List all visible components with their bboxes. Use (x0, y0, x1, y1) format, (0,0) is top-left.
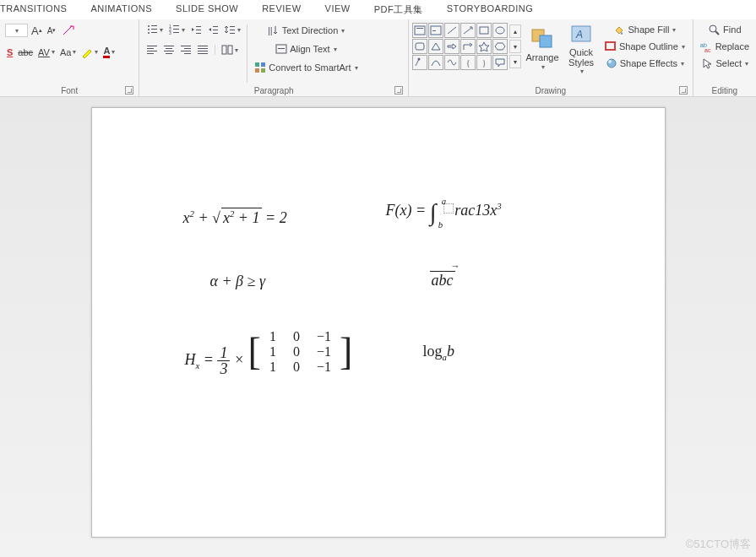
shapes-gallery[interactable]: { } (412, 23, 508, 70)
strikethrough-button[interactable]: abc (16, 46, 35, 58)
tab-animations[interactable]: ANIMATIONS (90, 3, 152, 16)
tab-review[interactable]: REVIEW (262, 3, 301, 16)
svg-rect-36 (198, 53, 208, 54)
svg-line-51 (464, 28, 471, 34)
align-text-button[interactable]: Align Text (252, 41, 359, 57)
svg-rect-18 (230, 26, 235, 27)
shape-textbox-icon (414, 25, 426, 35)
svg-rect-41 (278, 48, 285, 49)
svg-rect-27 (164, 51, 174, 51)
svg-rect-21 (147, 46, 157, 46)
svg-rect-11 (173, 32, 179, 33)
equation-4[interactable]: F(x) = ∫ab rac13x3 (386, 199, 502, 226)
editing-group: Find abacReplace Select Editing (693, 19, 756, 96)
svg-rect-22 (147, 48, 154, 49)
svg-point-0 (148, 25, 150, 27)
tab-storyboarding[interactable]: STORYBOARDING (447, 3, 534, 16)
svg-rect-24 (147, 53, 154, 54)
decrease-indent-button[interactable] (188, 23, 204, 36)
svg-rect-45 (261, 68, 265, 73)
svg-text:3: 3 (169, 30, 171, 35)
shape-callout-icon (494, 57, 506, 68)
align-center-button[interactable] (161, 43, 177, 57)
font-size-combo[interactable] (5, 24, 28, 37)
shape-fill-button[interactable]: Shape Fill (602, 23, 687, 36)
ribbon: A▴ A▾ S abc AV Aa A Font (0, 19, 756, 97)
shape-curve-icon (446, 57, 458, 68)
align-right-button[interactable] (178, 43, 193, 57)
shape-oval-icon (494, 25, 506, 35)
tab-view[interactable]: VIEW (325, 3, 351, 16)
shape-elbow-icon (462, 41, 474, 51)
watermark: ©51CTO博客 (686, 537, 751, 552)
quick-styles-icon: A (568, 23, 594, 46)
strike-button[interactable]: S (5, 46, 14, 58)
font-dialog-launcher[interactable] (125, 86, 133, 95)
select-icon (701, 57, 715, 69)
replace-button[interactable]: abacReplace (699, 40, 751, 53)
svg-rect-49 (432, 30, 436, 31)
slide-workarea: x2 + √x2 + 1 = 2 α + β ≥ γ Hx = 13 × [10… (0, 97, 756, 557)
svg-rect-52 (480, 27, 488, 34)
select-button[interactable]: Select (699, 57, 751, 70)
slide-canvas[interactable]: x2 + √x2 + 1 = 2 α + β ≥ γ Hx = 13 × [10… (91, 107, 666, 538)
svg-rect-23 (147, 51, 157, 51)
equation-3-matrix: 10−110−110−1 (261, 329, 340, 375)
increase-indent-button[interactable] (205, 23, 220, 36)
shape-outline-button[interactable]: Shape Outline (602, 40, 687, 53)
svg-rect-47 (416, 28, 423, 29)
svg-point-53 (496, 27, 504, 34)
editing-group-label: Editing (697, 84, 753, 96)
text-direction-button[interactable]: ||Text Direction (252, 23, 359, 38)
tab-slideshow[interactable]: SLIDE SHOW (176, 3, 238, 16)
shape-hex-icon (494, 41, 506, 51)
numbering-button[interactable]: 123 (166, 23, 187, 36)
svg-rect-5 (151, 32, 157, 33)
tab-transitions[interactable]: TRANSITIONS (0, 3, 67, 16)
equation-6[interactable]: logab (423, 343, 454, 362)
svg-rect-12 (196, 26, 201, 27)
font-group: A▴ A▾ S abc AV Aa A Font (0, 19, 139, 96)
line-spacing-button[interactable] (222, 23, 242, 36)
svg-rect-57 (540, 35, 552, 47)
bullets-button[interactable] (144, 23, 165, 36)
svg-point-4 (148, 32, 150, 34)
equation-1[interactable]: x2 + √x2 + 1 = 2 (183, 208, 287, 227)
clear-formatting-button[interactable] (59, 23, 76, 38)
shape-line-icon (446, 25, 458, 35)
equation-2[interactable]: α + β ≥ γ (210, 273, 266, 290)
char-spacing-button[interactable]: AV (36, 46, 57, 58)
highlight-button[interactable] (79, 46, 100, 59)
svg-rect-32 (184, 53, 191, 54)
gallery-up-button[interactable]: ▴ (509, 24, 521, 38)
arrange-icon (530, 27, 555, 51)
svg-point-2 (148, 29, 150, 30)
shape-effects-button[interactable]: Shape Effects (602, 57, 687, 70)
columns-button[interactable] (220, 43, 240, 57)
svg-rect-25 (164, 46, 174, 46)
find-button[interactable]: Find (699, 23, 751, 36)
shape-arc-icon (430, 57, 442, 68)
arrange-button[interactable]: Arrange (523, 23, 562, 75)
gallery-down-button[interactable]: ▾ (509, 40, 521, 53)
svg-rect-43 (261, 62, 265, 67)
align-left-button[interactable] (144, 43, 160, 57)
justify-button[interactable] (195, 43, 210, 57)
replace-icon: abac (700, 41, 714, 52)
change-case-button[interactable]: Aa (58, 46, 78, 58)
shape-star-icon (478, 41, 490, 51)
convert-smartart-button[interactable]: Convert to SmartArt (252, 60, 359, 75)
find-icon (708, 24, 721, 35)
svg-rect-54 (416, 43, 424, 50)
tab-pdf-tools[interactable]: PDF工具集 (374, 3, 423, 16)
shrink-font-button[interactable]: A▾ (46, 25, 58, 36)
drawing-group: { } ▴ ▾ ▾ Arrange A Quick Styles Shape F… (409, 19, 693, 96)
drawing-dialog-launcher[interactable] (679, 86, 688, 95)
equation-5[interactable]: abc (430, 272, 455, 289)
equation-3[interactable]: Hx = 13 × [10−110−110−1] (185, 329, 353, 376)
grow-font-button[interactable]: A▴ (30, 24, 44, 38)
gallery-more-button[interactable]: ▾ (509, 55, 521, 68)
paragraph-dialog-launcher[interactable] (394, 86, 403, 95)
quick-styles-button[interactable]: A Quick Styles (562, 23, 601, 75)
font-color-button[interactable]: A (101, 45, 117, 59)
